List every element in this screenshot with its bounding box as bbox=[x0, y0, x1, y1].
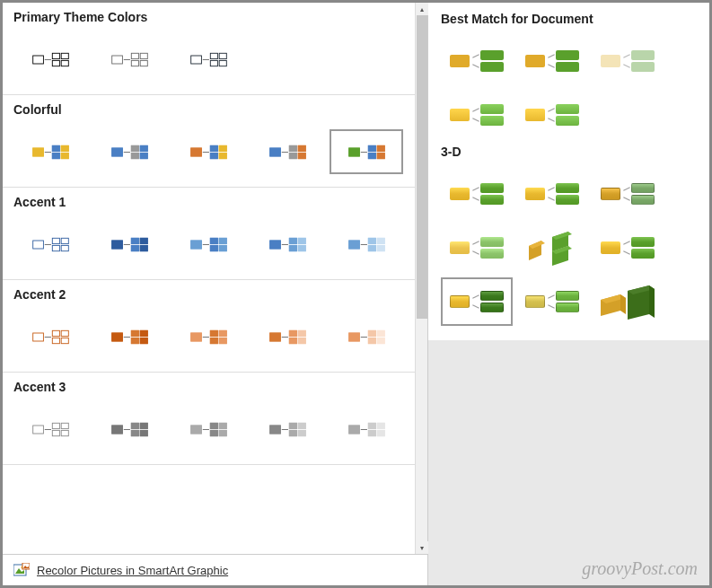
color-variation-thumb[interactable] bbox=[13, 222, 87, 267]
color-variation-thumb[interactable] bbox=[171, 407, 245, 452]
style-thumb[interactable] bbox=[516, 224, 588, 272]
color-variation-thumb[interactable] bbox=[92, 37, 166, 82]
svg-marker-16 bbox=[649, 285, 655, 318]
color-variation-thumb[interactable] bbox=[92, 314, 166, 359]
style-row bbox=[441, 277, 697, 326]
color-scroll-area: Primary Theme Colors Colorful bbox=[3, 3, 427, 554]
color-variation-thumb[interactable] bbox=[13, 407, 87, 452]
color-variation-thumb[interactable] bbox=[251, 129, 324, 174]
color-variation-thumb[interactable] bbox=[171, 37, 245, 82]
color-variation-thumb[interactable] bbox=[251, 222, 324, 267]
section-primary: Primary Theme Colors bbox=[3, 3, 415, 95]
style-thumb[interactable] bbox=[441, 224, 513, 272]
color-variation-thumb[interactable] bbox=[330, 407, 403, 452]
section-header: Accent 1 bbox=[13, 195, 404, 209]
color-variation-thumb[interactable] bbox=[13, 37, 87, 82]
style-thumb[interactable] bbox=[441, 37, 513, 85]
color-variation-thumb[interactable] bbox=[92, 407, 166, 452]
style-section-header: 3-D bbox=[441, 145, 697, 159]
color-variations-panel: Primary Theme Colors Colorful bbox=[3, 3, 428, 585]
color-variation-thumb[interactable] bbox=[171, 222, 245, 267]
recolor-link-text: Recolor Pictures in SmartArt Graphic bbox=[37, 564, 228, 577]
style-thumb[interactable] bbox=[592, 224, 664, 272]
thumb-row bbox=[13, 37, 404, 82]
style-row bbox=[441, 37, 697, 85]
style-thumb[interactable] bbox=[516, 170, 588, 218]
thumb-row bbox=[13, 314, 404, 359]
scrollbar-thumb[interactable] bbox=[417, 15, 427, 319]
color-variation-thumb[interactable] bbox=[13, 314, 87, 359]
thumb-row bbox=[13, 407, 404, 452]
color-variation-thumb[interactable] bbox=[92, 222, 166, 267]
color-variation-thumb[interactable] bbox=[171, 314, 245, 359]
section-colorful: Colorful bbox=[3, 95, 415, 188]
color-variation-thumb[interactable] bbox=[330, 222, 403, 267]
color-variation-thumb[interactable] bbox=[330, 314, 403, 359]
watermark: groovyPost.com bbox=[582, 558, 698, 579]
section-accent3: Accent 3 bbox=[3, 373, 415, 465]
style-thumb[interactable] bbox=[441, 277, 513, 326]
section-header: Primary Theme Colors bbox=[13, 10, 404, 24]
section-accent1: Accent 1 bbox=[3, 188, 415, 280]
style-thumb[interactable] bbox=[441, 91, 513, 139]
style-row bbox=[441, 170, 697, 218]
style-gallery-panel: Best Match for Document bbox=[428, 3, 709, 585]
color-variation-thumb[interactable] bbox=[251, 407, 324, 452]
section-header: Accent 3 bbox=[13, 380, 404, 394]
thumb-row bbox=[13, 222, 404, 267]
style-thumb[interactable] bbox=[516, 91, 588, 139]
style-thumb[interactable] bbox=[592, 37, 664, 85]
color-variation-thumb[interactable] bbox=[13, 129, 87, 174]
scroll-down-button[interactable]: ▾ bbox=[416, 541, 428, 554]
smartart-style-picker: Primary Theme Colors Colorful bbox=[0, 0, 712, 588]
style-thumb[interactable] bbox=[516, 37, 588, 85]
style-section-header: Best Match for Document bbox=[441, 12, 697, 26]
style-row bbox=[441, 224, 697, 272]
recolor-pictures-link[interactable]: Recolor Pictures in SmartArt Graphic bbox=[3, 554, 427, 585]
style-row bbox=[441, 91, 697, 139]
thumb-row bbox=[13, 129, 404, 174]
scroll-up-button[interactable]: ▴ bbox=[416, 3, 428, 15]
section-accent2: Accent 2 bbox=[3, 280, 415, 373]
section-header: Accent 2 bbox=[13, 287, 404, 302]
picture-icon bbox=[13, 563, 30, 577]
style-gallery-content: Best Match for Document bbox=[428, 3, 709, 340]
style-thumb[interactable] bbox=[592, 170, 664, 218]
color-variation-thumb[interactable] bbox=[330, 129, 403, 174]
style-thumb[interactable] bbox=[592, 277, 664, 326]
color-variation-thumb[interactable] bbox=[171, 129, 245, 174]
style-thumb[interactable] bbox=[516, 277, 588, 326]
color-variation-thumb[interactable] bbox=[92, 129, 166, 174]
scrollbar[interactable]: ▴ ▾ bbox=[415, 3, 427, 554]
style-thumb[interactable] bbox=[441, 170, 513, 218]
color-variation-thumb[interactable] bbox=[251, 314, 324, 359]
svg-marker-13 bbox=[620, 294, 626, 314]
section-header: Colorful bbox=[13, 102, 404, 117]
